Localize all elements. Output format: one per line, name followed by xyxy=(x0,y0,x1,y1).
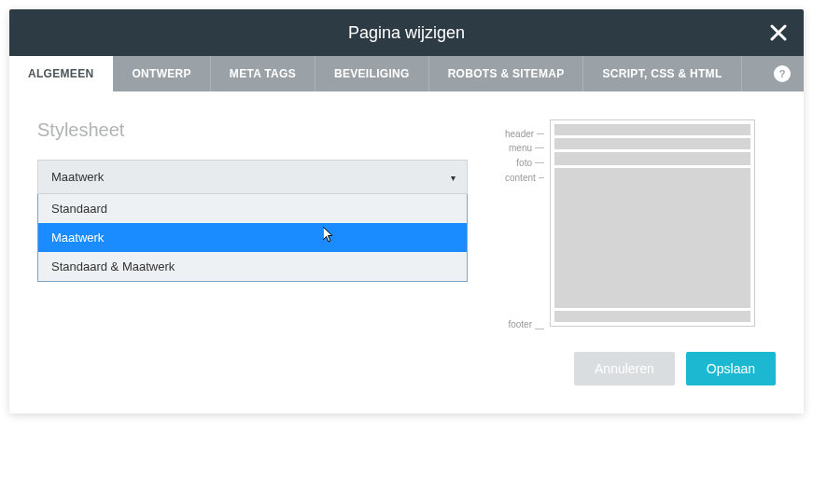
tabs: ALGEMEEN ONTWERP META TAGS BEVEILIGING R… xyxy=(9,56,804,91)
section-title: Stylesheet xyxy=(37,119,468,141)
modal: Pagina wijzigen ALGEMEEN ONTWERP META TA… xyxy=(9,9,804,413)
tab-robots-sitemap[interactable]: ROBOTS & SITEMAP xyxy=(429,56,584,91)
close-icon[interactable] xyxy=(770,21,787,45)
wire-foto xyxy=(554,152,750,165)
wire-header xyxy=(554,124,750,135)
label-footer: footer xyxy=(508,319,532,329)
left-column: Stylesheet Maatwerk Standaard Maatwerk S… xyxy=(37,119,468,329)
label-header: header xyxy=(505,129,534,139)
modal-header: Pagina wijzigen xyxy=(9,9,804,56)
tab-beveiliging[interactable]: BEVEILIGING xyxy=(315,56,429,91)
tab-algemeen[interactable]: ALGEMEEN xyxy=(9,56,113,91)
help-icon[interactable]: ? xyxy=(774,65,791,82)
tab-ontwerp[interactable]: ONTWERP xyxy=(113,56,210,91)
label-menu: menu xyxy=(509,143,532,153)
tab-meta-tags[interactable]: META TAGS xyxy=(211,56,315,91)
tab-script-css-html[interactable]: SCRIPT, CSS & HTML xyxy=(583,56,741,91)
save-button[interactable]: Opslaan xyxy=(686,352,776,385)
option-maatwerk[interactable]: Maatwerk xyxy=(38,223,467,252)
cursor-icon xyxy=(323,227,336,246)
wire-menu xyxy=(554,138,750,149)
modal-body: Stylesheet Maatwerk Standaard Maatwerk S… xyxy=(9,91,804,352)
label-foto: foto xyxy=(516,158,532,168)
label-content: content xyxy=(505,173,536,183)
option-standaard[interactable]: Standaard xyxy=(38,194,467,223)
right-column: header menu foto content footer xyxy=(505,119,776,329)
stylesheet-select[interactable]: Maatwerk Standaard Maatwerk Standaard & … xyxy=(37,160,468,282)
cancel-button[interactable]: Annuleren xyxy=(574,352,675,385)
wire-footer xyxy=(554,311,750,322)
layout-preview: header menu foto content footer xyxy=(505,119,776,329)
preview-labels: header menu foto content footer xyxy=(505,119,544,329)
wire-content xyxy=(554,168,750,308)
select-display[interactable]: Maatwerk xyxy=(37,160,468,194)
option-label: Maatwerk xyxy=(51,231,104,245)
option-standaard-maatwerk[interactable]: Standaard & Maatwerk xyxy=(38,252,467,281)
modal-title: Pagina wijzigen xyxy=(348,23,465,43)
wireframe xyxy=(550,119,755,327)
modal-footer: Annuleren Opslaan xyxy=(9,352,804,413)
select-options: Standaard Maatwerk Standaard & Maatwerk xyxy=(37,194,468,282)
